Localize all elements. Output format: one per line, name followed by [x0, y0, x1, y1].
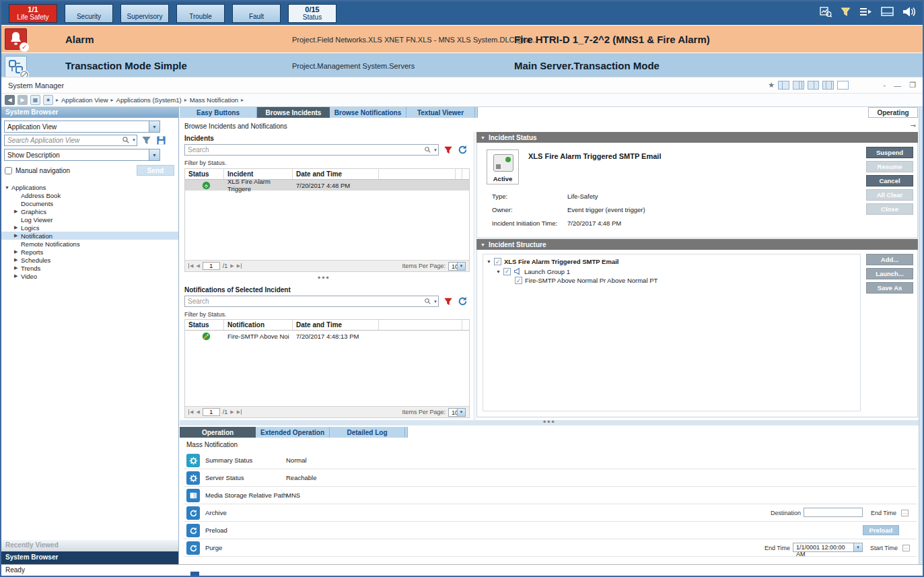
tree-item-schedules[interactable]: ▶Schedules: [1, 256, 178, 264]
preload-button[interactable]: Preload: [863, 525, 899, 535]
last-page-button[interactable]: ▶: [237, 263, 242, 269]
column-header-status[interactable]: Status: [185, 320, 224, 330]
purge-end-time-select[interactable]: 1/1/0001 12:00:00 AM ▼: [793, 543, 863, 552]
chevron-down-icon[interactable]: ▼: [433, 148, 437, 152]
tree-arrow-icon[interactable]: ▶: [14, 257, 21, 263]
start-time-picker-button[interactable]: …: [902, 545, 910, 551]
tree-item-reports[interactable]: ▶Reports: [1, 248, 178, 256]
incidents-search-input[interactable]: [184, 144, 439, 156]
tree-arrow-icon[interactable]: ▶: [14, 225, 21, 230]
op-row-preload[interactable]: Preload Preload: [184, 522, 917, 539]
tab-easy-buttons[interactable]: Easy Buttons: [180, 107, 257, 118]
horizontal-splitter[interactable]: •••: [180, 420, 919, 426]
tree-arrow-icon[interactable]: ▶: [14, 265, 21, 271]
structure-checkbox[interactable]: ✓: [503, 268, 511, 275]
recently-viewed-bar[interactable]: Recently Viewed: [1, 540, 178, 551]
cancel-button[interactable]: Cancel: [866, 175, 913, 186]
breadcrumb-item-mass-notification[interactable]: Mass Notification: [190, 96, 238, 104]
trouble-button[interactable]: Trouble: [176, 4, 225, 23]
notifications-filter-icon[interactable]: [443, 297, 453, 306]
structure-group-row[interactable]: ▼ ✓ Launch Group 1: [496, 267, 570, 275]
chevron-down-icon[interactable]: ▼: [132, 138, 136, 142]
transaction-banner[interactable]: Transaction Mode Simple Project.Manageme…: [1, 53, 923, 77]
collapse-icon[interactable]: ▼: [481, 242, 485, 247]
tree-arrow-icon[interactable]: ▶: [14, 249, 21, 254]
tab-operation[interactable]: Operation: [180, 427, 256, 438]
tab-detailed-log[interactable]: Detailed Log: [330, 427, 405, 438]
splitter-handle[interactable]: •••: [543, 417, 556, 427]
security-button[interactable]: Security: [65, 4, 113, 23]
tab-extended-operation[interactable]: Extended Operation: [256, 427, 330, 438]
incident-row[interactable]: XLS Fire Alarm Triggere 7/20/2017 4:48 P…: [185, 180, 469, 191]
page-number-input[interactable]: [203, 408, 220, 416]
layout-preset-icon[interactable]: [778, 81, 789, 90]
sidebar-search-input[interactable]: [4, 135, 137, 146]
layout-preset-icon[interactable]: [822, 81, 834, 90]
structure-root-row[interactable]: ▼ ✓ XLS Fire Alarm Triggered SMTP Email: [487, 258, 618, 265]
tree-item-logics[interactable]: ▶Logics: [1, 224, 178, 232]
previous-page-button[interactable]: ◀: [196, 409, 199, 415]
incident-status-header[interactable]: ▼ Incident Status: [476, 132, 918, 143]
op-row-media-storage[interactable]: Media Storage Relative Path MNS: [184, 487, 917, 504]
right-collapse-rail[interactable]: [919, 107, 924, 564]
destination-input[interactable]: [804, 508, 863, 517]
event-report-icon[interactable]: [820, 7, 832, 18]
breadcrumb-item-application-view[interactable]: Application View: [61, 96, 108, 104]
view-selector[interactable]: Application View ▼: [4, 121, 160, 133]
launch-button[interactable]: Launch...: [866, 268, 913, 279]
chevron-down-icon[interactable]: ▼: [149, 121, 159, 132]
incidents-refresh-icon[interactable]: [458, 145, 468, 155]
close-button[interactable]: Close: [866, 203, 913, 215]
tree-arrow-icon[interactable]: ▼: [496, 269, 501, 274]
items-per-page-select[interactable]: 10 ▼: [448, 408, 466, 417]
tree-arrow-icon[interactable]: ▶: [14, 273, 21, 279]
restore-icon[interactable]: ❐: [909, 81, 916, 90]
chevron-down-icon[interactable]: ▼: [853, 543, 862, 551]
tree-item-video[interactable]: ▶Video: [1, 272, 178, 280]
layout-preset-icon[interactable]: [793, 81, 804, 90]
last-page-button[interactable]: ▶: [237, 409, 242, 415]
tree-arrow-icon[interactable]: ▼: [487, 259, 491, 264]
favorites-button[interactable]: ★: [43, 95, 53, 105]
manual-navigation-checkbox[interactable]: [5, 167, 12, 174]
first-page-button[interactable]: ◀: [188, 409, 193, 415]
all-clear-button[interactable]: All Clear: [866, 189, 913, 201]
supervisory-button[interactable]: Supervisory: [120, 4, 169, 23]
incident-structure-header[interactable]: ▼ Incident Structure: [476, 239, 918, 250]
next-page-button[interactable]: ▶: [230, 409, 234, 415]
resume-button[interactable]: Resume: [866, 161, 913, 172]
column-header-notification[interactable]: Notification: [224, 320, 293, 330]
minimize-icon[interactable]: —: [894, 81, 901, 90]
favorites-star-icon[interactable]: ★: [768, 81, 775, 90]
filter-icon[interactable]: [141, 135, 151, 145]
structure-checkbox[interactable]: ✓: [494, 258, 501, 265]
event-list-icon[interactable]: [859, 7, 872, 17]
items-per-page-select[interactable]: 10 ▼: [448, 262, 466, 271]
layout-preset-icon[interactable]: [808, 81, 819, 90]
op-row-purge[interactable]: Purge End Time 1/1/0001 12:00:00 AM ▼ St…: [184, 539, 917, 557]
incidents-filter-icon[interactable]: [443, 145, 453, 155]
tree-arrow-icon[interactable]: ▶: [14, 209, 21, 214]
pin-icon[interactable]: ⊸: [911, 122, 916, 129]
description-selector[interactable]: Show Description ▼: [4, 149, 160, 161]
tab-browse-notifications[interactable]: Browse Notifications: [330, 107, 406, 118]
save-icon[interactable]: [156, 135, 166, 145]
layout-preset-icon[interactable]: [837, 81, 849, 90]
page-number-input[interactable]: [203, 262, 220, 270]
filter-events-icon[interactable]: [841, 7, 851, 17]
op-row-summary-status[interactable]: Summary Status Normal: [184, 452, 917, 469]
alarm-banner[interactable]: ✓ Alarm Project.Field Networks.XLS XNET …: [1, 25, 923, 53]
speaker-icon[interactable]: [902, 6, 917, 18]
tab-browse-incidents[interactable]: Browse Incidents: [257, 107, 330, 118]
end-time-picker-button[interactable]: …: [901, 510, 909, 516]
gallery-button[interactable]: ▦: [30, 95, 40, 105]
first-page-button[interactable]: ◀: [188, 263, 193, 269]
breadcrumb-item-applications[interactable]: Applications (System1): [116, 96, 182, 104]
tree-arrow-icon[interactable]: ▶: [14, 233, 21, 238]
next-page-button[interactable]: ▶: [230, 263, 234, 269]
tree-item-log-viewer[interactable]: Log Viewer: [1, 215, 178, 224]
send-button[interactable]: Send: [137, 165, 174, 176]
add-button[interactable]: Add...: [866, 254, 913, 265]
system-browser-tab[interactable]: System Browser: [1, 551, 178, 564]
forward-button[interactable]: ▶: [17, 95, 28, 105]
